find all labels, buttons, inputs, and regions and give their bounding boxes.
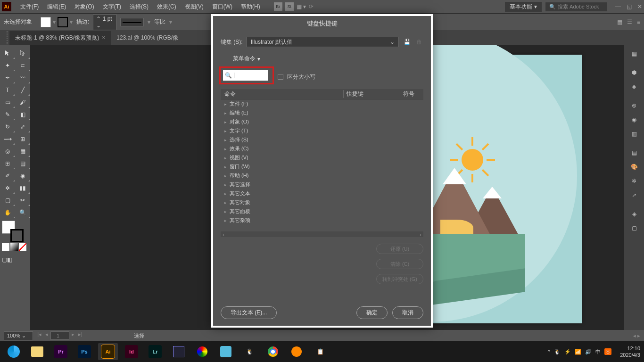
list-item[interactable]: ▸文字 (T)	[221, 126, 423, 135]
shaper-tool[interactable]: ✎	[0, 108, 15, 121]
task-app3[interactable]	[216, 343, 236, 360]
task-qq[interactable]: 🐧	[239, 343, 259, 360]
minimize-button[interactable]: —	[615, 3, 621, 10]
paintbrush-tool[interactable]: 🖌	[15, 96, 30, 108]
pen-tool[interactable]: ✒	[0, 72, 15, 84]
task-chrome[interactable]	[263, 343, 283, 360]
libraries-icon[interactable]: ⬢	[624, 66, 644, 79]
command-list[interactable]: ▸文件 (F) ▸编辑 (E) ▸对象 (O) ▸文字 (T) ▸选择 (S) …	[221, 99, 423, 231]
shape-builder-tool[interactable]: ◎	[0, 145, 15, 157]
doc-tab-1[interactable]: 未标题-1 @ 83% (RGB/像素预览)×	[9, 31, 111, 45]
list-item[interactable]: ▸其它杂项	[221, 216, 423, 225]
task-id[interactable]: Id	[122, 343, 141, 360]
close-icon[interactable]: ×	[102, 34, 105, 41]
delete-set-icon[interactable]: 🗑	[415, 38, 423, 46]
stroke-swatch[interactable]	[10, 229, 24, 242]
free-transform-tool[interactable]: ⊞	[15, 133, 30, 145]
list-item[interactable]: ▸对象 (O)	[221, 117, 423, 126]
menu-file[interactable]: 文件(F)	[16, 3, 43, 11]
transform-icon[interactable]: ☰	[627, 19, 632, 25]
filter-dropdown[interactable]: 菜单命令 ▾	[229, 54, 264, 64]
selection-tool[interactable]	[0, 47, 15, 59]
color-guide-icon[interactable]: ▥	[624, 127, 644, 140]
direct-selection-tool[interactable]	[15, 47, 30, 59]
none-mode[interactable]	[19, 243, 26, 251]
doc-tab-2[interactable]: 123.ai @ 100% (RGB/像	[111, 31, 184, 45]
scale-tool[interactable]: ⤢	[15, 121, 30, 133]
artboard-tool[interactable]: ▢	[0, 194, 15, 206]
cancel-button[interactable]: 取消	[392, 306, 423, 319]
brushes-icon[interactable]: 🎨	[624, 160, 644, 173]
solid-mode[interactable]	[2, 243, 9, 251]
task-browser[interactable]	[4, 343, 24, 360]
eyedropper-tool[interactable]: ✐	[0, 170, 15, 182]
type-tool[interactable]: T	[0, 84, 15, 96]
search-input[interactable]: 🔍	[223, 70, 268, 81]
artboards-icon[interactable]: ▢	[624, 222, 644, 235]
color-icon[interactable]: ◉	[624, 113, 644, 126]
menu-select[interactable]: 选择(S)	[125, 3, 153, 11]
system-tray[interactable]: ^🐧⚡📶🔊中 S 12:10 2020/4/3	[548, 345, 640, 358]
task-notes[interactable]: 📋	[310, 343, 330, 360]
stroke-weight[interactable]: ⌃ 1 pt ⌄	[93, 14, 116, 30]
mesh-tool[interactable]: ⊞	[0, 157, 15, 170]
task-app2[interactable]	[192, 343, 212, 360]
task-pr[interactable]: Pr	[51, 343, 71, 360]
curvature-tool[interactable]: 〰	[15, 72, 30, 84]
ok-button[interactable]: 确定	[356, 306, 388, 319]
rotate-tool[interactable]: ↻	[0, 121, 15, 133]
save-set-icon[interactable]: 💾	[403, 38, 411, 46]
symbol-tool[interactable]: ✲	[0, 182, 15, 194]
graph-tool[interactable]: ▮▮	[15, 182, 30, 194]
task-ai[interactable]: Ai	[98, 343, 118, 360]
magic-wand-tool[interactable]: ✦	[0, 59, 15, 72]
list-scrollbar[interactable]	[221, 231, 423, 237]
artboard-nav[interactable]: |◂◂ 1 ▸▸|	[36, 331, 84, 340]
list-item[interactable]: ▸视图 (V)	[221, 153, 423, 162]
task-explorer[interactable]	[27, 343, 47, 360]
gradient-tool[interactable]: ▤	[15, 157, 30, 170]
stroke-color[interactable]	[58, 17, 68, 27]
menu-type[interactable]: 文字(T)	[99, 3, 125, 11]
list-item[interactable]: ▸文件 (F)	[221, 99, 423, 108]
list-item[interactable]: ▸窗口 (W)	[221, 162, 423, 171]
line-tool[interactable]: ╱	[15, 84, 30, 96]
task-app1[interactable]	[169, 343, 189, 360]
list-item[interactable]: ▸其它文本	[221, 189, 423, 198]
swatches-icon[interactable]: ▤	[624, 146, 644, 159]
menu-edit[interactable]: 编辑(E)	[43, 3, 70, 11]
task-lr[interactable]: Lr	[145, 343, 165, 360]
layers-icon[interactable]: ◈	[624, 207, 644, 221]
align-icon[interactable]: ▦	[617, 19, 622, 25]
fill-color[interactable]	[41, 17, 51, 27]
gradient-mode[interactable]	[10, 243, 18, 251]
set-select[interactable]: Illustrator 默认值⌄	[247, 37, 399, 47]
panel-menu-icon[interactable]: ≡	[637, 19, 640, 25]
symbols-icon[interactable]: ✲	[624, 174, 644, 188]
close-button[interactable]: ✕	[637, 3, 642, 10]
list-item[interactable]: ▸选择 (S)	[221, 135, 423, 144]
blend-tool[interactable]: ◉	[15, 170, 30, 182]
task-app4[interactable]	[287, 343, 306, 360]
share-icon[interactable]: ↗	[624, 189, 644, 202]
list-item[interactable]: ▸其它对象	[221, 198, 423, 207]
stock-icon[interactable]: St	[285, 2, 294, 11]
tab-handle[interactable]	[4, 31, 8, 44]
list-item[interactable]: ▸效果 (C)	[221, 144, 423, 153]
gpu-icon[interactable]: ⟳	[309, 3, 314, 10]
color-picker[interactable]	[0, 219, 30, 242]
case-checkbox[interactable]	[278, 74, 283, 80]
bridge-icon[interactable]: Br	[274, 2, 282, 11]
menu-help[interactable]: 帮助(H)	[237, 3, 264, 11]
workspace-switcher[interactable]: 基本功能▾	[505, 2, 542, 12]
clock[interactable]: 12:10 2020/4/3	[620, 345, 640, 358]
stock-search[interactable]: 🔍搜索 Adobe Stock	[545, 2, 607, 11]
task-ps[interactable]: Ps	[74, 343, 94, 360]
color-themes-icon[interactable]: ♣	[624, 80, 644, 93]
hand-tool[interactable]: ✋	[0, 206, 15, 219]
menu-effect[interactable]: 效果(C)	[153, 3, 181, 11]
width-tool[interactable]: ⟿	[0, 133, 15, 145]
list-item[interactable]: ▸帮助 (H)	[221, 171, 423, 180]
menu-window[interactable]: 窗口(W)	[208, 3, 237, 11]
list-item[interactable]: ▸其它选择	[221, 180, 423, 189]
